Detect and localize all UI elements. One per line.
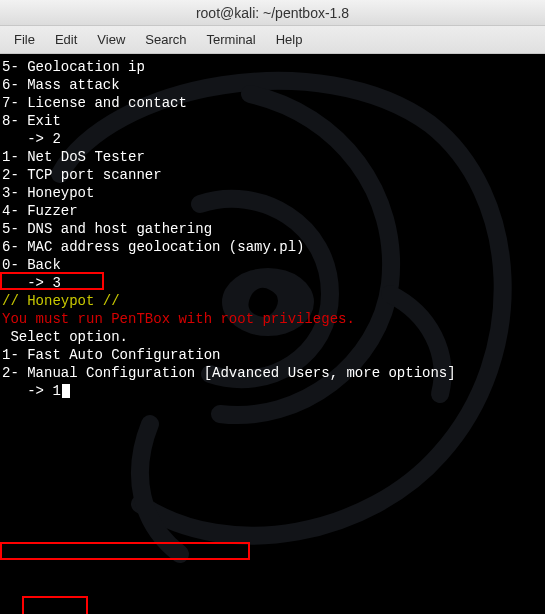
term-line-exit: 8- Exit (2, 112, 543, 130)
prompt-arrow: -> (2, 383, 52, 399)
menu-edit[interactable]: Edit (47, 30, 85, 49)
terminal-area[interactable]: 5- Geolocation ip 6- Mass attack 7- Lice… (0, 54, 545, 614)
term-line-fuzzer: 4- Fuzzer (2, 202, 543, 220)
term-line-dns: 5- DNS and host gathering (2, 220, 543, 238)
menu-view[interactable]: View (89, 30, 133, 49)
term-line-geolocation: 5- Geolocation ip (2, 58, 543, 76)
terminal-window: root@kali: ~/pentbox-1.8 File Edit View … (0, 0, 545, 614)
text-cursor (62, 384, 70, 398)
term-line-tcp-scanner: 2- TCP port scanner (2, 166, 543, 184)
menu-terminal[interactable]: Terminal (199, 30, 264, 49)
menu-search[interactable]: Search (137, 30, 194, 49)
term-line-net-dos: 1- Net DoS Tester (2, 148, 543, 166)
menu-file[interactable]: File (6, 30, 43, 49)
term-line-root-warning: You must run PenTBox with root privilege… (2, 310, 543, 328)
prompt-input-value[interactable]: 1 (52, 383, 60, 399)
term-line-prompt-current: -> 1 (2, 382, 543, 400)
term-line-mac: 6- MAC address geolocation (samy.pl) (2, 238, 543, 256)
term-line-back: 0- Back (2, 256, 543, 274)
term-line-license: 7- License and contact (2, 94, 543, 112)
term-line-manual-config: 2- Manual Configuration [Advanced Users,… (2, 364, 543, 382)
window-title: root@kali: ~/pentbox-1.8 (196, 5, 349, 21)
term-line-mass-attack: 6- Mass attack (2, 76, 543, 94)
highlight-prompt-input (22, 596, 88, 614)
menu-help[interactable]: Help (268, 30, 311, 49)
term-line-select-option: Select option. (2, 328, 543, 346)
term-line-honeypot-header: // Honeypot // (2, 292, 543, 310)
term-line-fast-auto: 1- Fast Auto Configuration (2, 346, 543, 364)
titlebar: root@kali: ~/pentbox-1.8 (0, 0, 545, 26)
term-line-honeypot: 3- Honeypot (2, 184, 543, 202)
menubar: File Edit View Search Terminal Help (0, 26, 545, 54)
term-line-prompt-3: -> 3 (2, 274, 543, 292)
highlight-fast-auto-config (0, 542, 250, 560)
term-line-prompt-2: -> 2 (2, 130, 543, 148)
